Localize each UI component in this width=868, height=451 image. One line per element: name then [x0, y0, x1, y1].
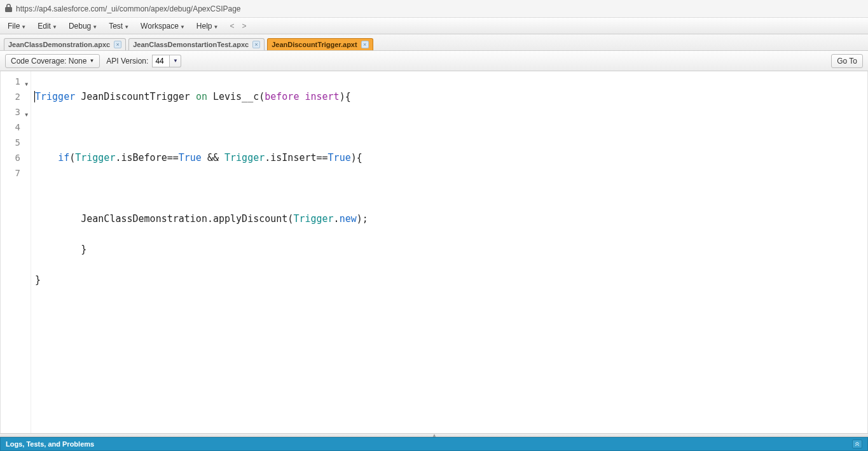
menu-workspace[interactable]: Workspace▼ [137, 20, 189, 32]
close-icon[interactable]: × [114, 41, 121, 48]
menu-debug[interactable]: Debug▼ [65, 20, 101, 32]
menu-bar: File▼ Edit▼ Debug▼ Test▼ Workspace▼ Help… [0, 18, 868, 34]
collapse-icon[interactable] [852, 440, 862, 448]
nav-back[interactable]: < [226, 22, 238, 31]
tab-label: JeanDiscountTrigger.apxt [272, 41, 357, 48]
code-coverage-dropdown[interactable]: Code Coverage: None▼ [5, 54, 100, 68]
browser-url-bar: https://ap4.salesforce.com/_ui/common/ap… [0, 0, 868, 18]
line-number-gutter: 1▼ 2 3▼ 4 5 6 7 [1, 71, 31, 433]
file-tab[interactable]: JeanClassDemonstration.apxc × [4, 38, 126, 50]
menu-edit[interactable]: Edit▼ [34, 20, 61, 32]
api-version-dropdown[interactable]: ▼ [170, 55, 181, 67]
close-icon[interactable]: × [252, 41, 260, 48]
url-text: https://ap4.salesforce.com/_ui/common/ap… [16, 4, 241, 13]
menu-file[interactable]: File▼ [4, 20, 30, 32]
goto-button[interactable]: Go To [831, 54, 863, 68]
close-icon[interactable]: × [361, 41, 369, 48]
lock-icon [5, 4, 12, 14]
file-tab-active[interactable]: JeanDiscountTrigger.apxt × [267, 38, 373, 50]
code-editor[interactable]: 1▼ 2 3▼ 4 5 6 7 Trigger JeanDiscountTrig… [0, 71, 868, 433]
tab-label: JeanClassDemonstartionTest.apxc [133, 41, 249, 48]
menu-help[interactable]: Help▼ [193, 20, 223, 32]
api-version-label: API Version: [106, 57, 148, 66]
api-version-input[interactable] [152, 55, 170, 67]
file-tab[interactable]: JeanClassDemonstartionTest.apxc × [128, 38, 265, 50]
nav-forward[interactable]: > [238, 22, 250, 31]
bottom-panel-title: Logs, Tests, and Problems [6, 440, 94, 448]
file-tab-bar: JeanClassDemonstration.apxc × JeanClassD… [0, 34, 868, 51]
tab-label: JeanClassDemonstration.apxc [8, 41, 110, 48]
bottom-panel-header[interactable]: Logs, Tests, and Problems [0, 437, 868, 451]
menu-test[interactable]: Test▼ [105, 20, 133, 32]
code-content[interactable]: Trigger JeanDiscountTrigger on Levis__c(… [31, 71, 867, 433]
editor-toolbar: Code Coverage: None▼ API Version: ▼ Go T… [0, 51, 868, 71]
